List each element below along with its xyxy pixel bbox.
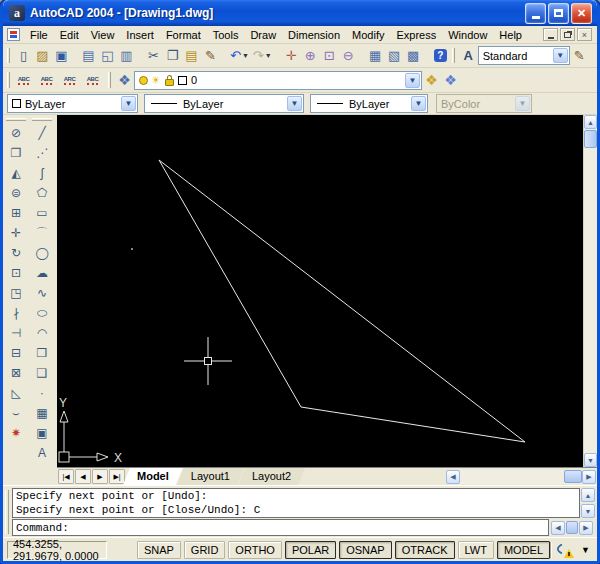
hatch-button[interactable]: ▦ bbox=[31, 403, 53, 423]
polygon-button[interactable]: ⬠ bbox=[31, 183, 53, 203]
toggle-osnap[interactable]: OSNAP bbox=[339, 541, 392, 559]
scroll-right-icon[interactable]: ▶ bbox=[582, 470, 596, 484]
menu-view[interactable]: View bbox=[85, 27, 121, 43]
layer-thaw-sun-icon[interactable]: ☀ bbox=[151, 75, 161, 86]
erase-button[interactable]: ⊘ bbox=[5, 123, 27, 143]
chevron-down-icon[interactable]: ▼ bbox=[411, 96, 426, 111]
toggle-polar[interactable]: POLAR bbox=[285, 541, 336, 559]
menu-format[interactable]: Format bbox=[160, 27, 207, 43]
horizontal-scroll-thumb[interactable] bbox=[564, 470, 582, 483]
chevron-down-icon[interactable]: ▼ bbox=[121, 96, 136, 111]
toolbar-grip[interactable] bbox=[7, 48, 10, 64]
trim-button[interactable]: ∤ bbox=[5, 303, 27, 323]
move-button[interactable]: ✛ bbox=[5, 223, 27, 243]
ellipse-button[interactable]: ⬭ bbox=[31, 303, 53, 323]
vertical-scrollbar[interactable]: ▲ ▼ bbox=[583, 115, 597, 467]
help-button[interactable]: ? bbox=[431, 46, 450, 66]
vertical-scroll-thumb[interactable] bbox=[584, 130, 597, 148]
tab-nav-3[interactable]: ▶| bbox=[109, 469, 125, 484]
mdi-restore-button[interactable] bbox=[560, 28, 575, 41]
line-button[interactable]: ╱ bbox=[31, 123, 53, 143]
paste-button[interactable]: ▤ bbox=[182, 46, 201, 66]
make-object-layer-current-button[interactable]: ❖ bbox=[422, 70, 441, 90]
tab-nav-0[interactable]: |◀ bbox=[58, 469, 74, 484]
cut-button[interactable]: ✂ bbox=[144, 46, 163, 66]
pan-realtime-button[interactable]: ✛ bbox=[282, 46, 301, 66]
open-file-button[interactable]: ▨ bbox=[33, 46, 52, 66]
publish-button[interactable]: ▥ bbox=[117, 46, 136, 66]
tab-nav-1[interactable]: ◀ bbox=[75, 469, 91, 484]
chamfer-button[interactable]: ◺ bbox=[5, 383, 27, 403]
menu-file[interactable]: File bbox=[24, 27, 54, 43]
scale-button[interactable]: ⊡ bbox=[5, 263, 27, 283]
triangle-polyline[interactable] bbox=[159, 160, 525, 442]
chevron-down-icon[interactable]: ▼ bbox=[405, 73, 420, 88]
communication-center-icon[interactable] bbox=[556, 542, 574, 558]
tab-layout2[interactable]: Layout2 bbox=[238, 468, 305, 485]
layer-previous-button[interactable]: ❖ bbox=[441, 70, 460, 90]
menu-tools[interactable]: Tools bbox=[207, 27, 245, 43]
designcenter-button[interactable]: ▧ bbox=[385, 46, 404, 66]
match-properties-button[interactable]: ✎ bbox=[201, 46, 220, 66]
maximize-button[interactable] bbox=[548, 3, 569, 24]
make-block-button[interactable]: ❑ bbox=[31, 363, 53, 383]
properties-button[interactable]: ▦ bbox=[366, 46, 385, 66]
toggle-grid[interactable]: GRID bbox=[184, 541, 226, 559]
break-button[interactable]: ⊠ bbox=[5, 363, 27, 383]
vertical-scroll-track[interactable] bbox=[584, 149, 597, 453]
menu-edit[interactable]: Edit bbox=[54, 27, 85, 43]
toolbar-grip[interactable] bbox=[32, 118, 52, 121]
title-bar[interactable]: a AutoCAD 2004 - [Drawing1.dwg] ✕ bbox=[3, 0, 597, 26]
extend-button[interactable]: ⊣ bbox=[5, 323, 27, 343]
undo-button[interactable]: ↶▼ bbox=[228, 46, 251, 66]
text-fit-button[interactable]: ABC bbox=[83, 70, 102, 90]
command-input[interactable]: Command: bbox=[12, 519, 549, 536]
rectangle-button[interactable]: ▭ bbox=[31, 203, 53, 223]
toggle-ortho[interactable]: ORTHO bbox=[228, 541, 282, 559]
toggle-model[interactable]: MODEL bbox=[497, 541, 550, 559]
layer-combo[interactable]: ☀ 0 ▼ bbox=[134, 71, 422, 90]
scroll-up-icon[interactable]: ▲ bbox=[581, 488, 595, 502]
scroll-down-icon[interactable]: ▼ bbox=[581, 504, 595, 518]
toggle-lwt[interactable]: LWT bbox=[458, 541, 494, 559]
fillet-button[interactable]: ⌣ bbox=[5, 403, 27, 423]
spell-check-button[interactable]: ABC bbox=[14, 70, 33, 90]
mirror-button[interactable]: ◭ bbox=[5, 163, 27, 183]
point-button[interactable]: ∙ bbox=[31, 383, 53, 403]
menu-express[interactable]: Express bbox=[390, 27, 442, 43]
scroll-left-icon[interactable]: ◀ bbox=[446, 470, 460, 484]
tab-model[interactable]: Model bbox=[123, 468, 183, 485]
coordinate-readout[interactable]: 454.3255, 291.9679, 0.0000 bbox=[7, 541, 107, 559]
minimize-button[interactable] bbox=[525, 3, 546, 24]
linetype-control-combo[interactable]: ByLayer ▼ bbox=[144, 94, 304, 113]
break-at-point-button[interactable]: ⊟ bbox=[5, 343, 27, 363]
chevron-down-icon[interactable]: ▼ bbox=[553, 48, 568, 63]
layer-on-bulb-icon[interactable] bbox=[139, 76, 148, 85]
ellipse-arc-button[interactable]: ◠ bbox=[31, 323, 53, 343]
toggle-snap[interactable]: SNAP bbox=[137, 541, 181, 559]
toolbar-grip[interactable] bbox=[108, 72, 111, 89]
close-button[interactable]: ✕ bbox=[571, 3, 592, 24]
spline-button[interactable]: ∿ bbox=[31, 283, 53, 303]
stretch-button[interactable]: ◳ bbox=[5, 283, 27, 303]
explode-button[interactable]: ✷ bbox=[5, 423, 27, 443]
multiline-text-button[interactable]: A bbox=[31, 443, 53, 463]
new-file-button[interactable]: ▯ bbox=[14, 46, 33, 66]
scroll-down-icon[interactable]: ▼ bbox=[584, 453, 597, 467]
scroll-up-icon[interactable]: ▲ bbox=[584, 115, 597, 129]
polyline-button[interactable]: ʃ bbox=[31, 163, 53, 183]
horizontal-scrollbar[interactable]: ◀ ▶ bbox=[446, 468, 597, 485]
plot-button[interactable]: ▤ bbox=[79, 46, 98, 66]
text-style-manager-button[interactable]: A bbox=[459, 46, 478, 66]
array-button[interactable]: ⊞ bbox=[5, 203, 27, 223]
revision-cloud-button[interactable]: ☁ bbox=[31, 263, 53, 283]
tab-nav-2[interactable]: ▶ bbox=[92, 469, 108, 484]
command-scrollbar[interactable]: ▲ ▼ bbox=[580, 488, 595, 518]
plot-preview-button[interactable]: ◱ bbox=[98, 46, 117, 66]
region-button[interactable]: ▣ bbox=[31, 423, 53, 443]
horizontal-scroll-track[interactable] bbox=[460, 470, 582, 484]
redo-button[interactable]: ↷▼ bbox=[251, 46, 274, 66]
copy-object-button[interactable]: ❐ bbox=[5, 143, 27, 163]
drawing-file-icon[interactable] bbox=[7, 28, 20, 41]
toggle-otrack[interactable]: OTRACK bbox=[395, 541, 455, 559]
